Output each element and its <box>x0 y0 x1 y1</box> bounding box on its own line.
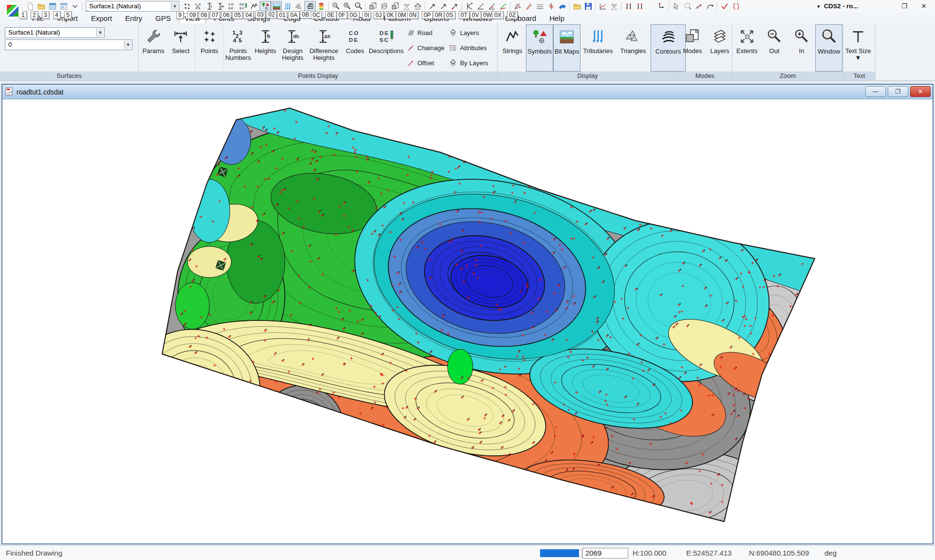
tab-clipboard[interactable]: Clipboard <box>500 14 542 23</box>
qat-triangle-red-button[interactable]: 0Z <box>512 1 523 12</box>
qat-surface-combo[interactable]: Surface1 (Natural)▼7 <box>86 1 179 12</box>
qat-open-folder-button[interactable]: 2 <box>36 1 47 12</box>
bit-maps-button[interactable]: Bit Maps <box>553 24 580 72</box>
qat-codes-button[interactable]: CODE06 <box>226 1 237 12</box>
qat-zoom-window-button[interactable]: 0G <box>353 1 364 12</box>
design-heights-button[interactable]: dhDesign Heights <box>279 24 306 72</box>
offset-button[interactable]: Offset <box>406 58 445 69</box>
qat-heights-button[interactable]: h08 <box>204 1 215 12</box>
restore-window-button[interactable]: ❐ <box>896 1 913 11</box>
attributes-button[interactable]: Attributes <box>449 43 488 54</box>
qat-modes-button[interactable]: 0K <box>390 1 401 12</box>
window-button[interactable]: Window <box>815 24 842 72</box>
qat-cursor-button[interactable] <box>671 1 682 12</box>
qat-design-heights-button[interactable]: dh07 <box>215 1 226 12</box>
qat-open-folder-button[interactable] <box>571 1 582 12</box>
qat-layers-big-button[interactable]: 0J <box>378 1 390 12</box>
qat-symbols-button[interactable]: 03 <box>260 1 271 12</box>
select-button[interactable]: Select <box>167 24 194 72</box>
qat-check-red-button[interactable] <box>719 1 730 12</box>
qat-flip-button[interactable]: 0M <box>401 1 412 12</box>
by-layers-button[interactable]: By Layers <box>449 58 488 69</box>
triangles-icon <box>625 28 641 45</box>
qat-valve-button[interactable] <box>623 1 634 12</box>
qat-point-numbers-button[interactable]: 1324509 <box>192 1 204 12</box>
qat-corner-button[interactable] <box>656 1 667 12</box>
qat-valve-button[interactable] <box>634 1 645 12</box>
qat-new-file-button[interactable]: 1 <box>24 1 36 12</box>
qat-contours-button[interactable]: 0B <box>304 1 316 12</box>
layer-select[interactable]: 0▼ <box>5 39 132 50</box>
qat-descriptions-button[interactable]: DESC05 <box>237 1 248 12</box>
in-button[interactable]: In <box>788 24 815 72</box>
qat-arrow-ne-red-button[interactable]: 0S <box>449 1 460 12</box>
app-logo[interactable] <box>3 1 22 20</box>
tab-gps[interactable]: GPS <box>150 14 176 23</box>
qat-break-button[interactable] <box>693 1 704 12</box>
points-numbers-button[interactable]: 13245Points Numbers <box>224 24 252 72</box>
qat-graph-button[interactable] <box>597 1 608 12</box>
points-button[interactable]: Points <box>196 24 223 72</box>
codes-button[interactable]: CODECodes <box>341 24 369 72</box>
drawing-canvas[interactable] <box>2 99 933 543</box>
chainage-button[interactable]: Chainage <box>406 43 445 54</box>
qat-ribbon-button[interactable] <box>557 1 568 12</box>
surface-select[interactable]: Surface1 (Natural)▼ <box>5 27 105 38</box>
zoom-out-icon <box>766 28 783 45</box>
heights-button[interactable]: hHeights <box>252 24 279 72</box>
road-button[interactable]: Road <box>406 28 445 38</box>
qat-waves-button[interactable] <box>534 1 545 12</box>
strings-button[interactable]: Strings <box>499 24 526 72</box>
qat-bitmaps-button[interactable]: 02 <box>271 1 282 12</box>
status-value-box[interactable]: 2069 <box>582 548 628 559</box>
qat-zoom-out-button[interactable]: 0E <box>330 1 341 12</box>
tab-entry[interactable]: Entry <box>120 14 148 23</box>
difference-heights-button[interactable]: ΔhDifference Heights <box>306 24 341 72</box>
descriptions-button[interactable]: DESCDescriptions <box>369 24 404 72</box>
doc-restore-button[interactable]: ❐ <box>888 86 908 97</box>
params-button[interactable]: Params <box>140 24 167 72</box>
document-title-bar[interactable]: roadtut1.cdsdat — ❐ ✕ <box>2 85 933 99</box>
doc-minimize-button[interactable]: — <box>865 86 886 97</box>
tributaries-button[interactable]: Tributaries <box>580 24 616 72</box>
layers-button[interactable]: Layers <box>449 28 488 38</box>
symbols-button[interactable]: Symbols <box>526 24 553 72</box>
tab-help[interactable]: Help <box>544 14 570 23</box>
qat-arrow-k-button[interactable]: 0T <box>464 1 475 12</box>
keytip: 0R <box>433 11 444 19</box>
out-button[interactable]: Out <box>761 24 788 72</box>
qat-angle-button[interactable]: 0V <box>475 1 486 12</box>
qat-angle-green-button[interactable]: 0X <box>497 1 508 12</box>
close-window-button[interactable]: ✕ <box>916 1 932 11</box>
qat-save-button[interactable] <box>582 1 594 12</box>
text-size--button[interactable]: Text Size ▼ <box>844 24 872 72</box>
qat-zoom-in-button[interactable]: 0F <box>341 1 353 12</box>
qat-curve-button[interactable] <box>704 1 715 12</box>
qat-app-window-button[interactable]: 4 <box>58 1 69 12</box>
qat-arrow-ne-button[interactable]: 0R <box>438 1 449 12</box>
qat-tributaries-button[interactable]: 01 <box>282 1 293 12</box>
qat-triangles-button[interactable]: 0A <box>293 1 304 12</box>
qat-chevron-down-button[interactable]: 5 <box>69 1 80 12</box>
layers-button[interactable]: Layers <box>706 24 733 72</box>
qat-cross-red-button[interactable] <box>545 1 557 12</box>
tab-export[interactable]: Export <box>86 14 117 23</box>
qat-strings-button[interactable]: 04 <box>248 1 260 12</box>
qat-pencil-red-button[interactable] <box>523 1 534 12</box>
qat-flip-button[interactable] <box>608 1 619 12</box>
terrain-contour-map[interactable] <box>2 101 933 542</box>
triangles-button[interactable]: Triangles <box>616 24 651 72</box>
extents-button[interactable]: Extents <box>733 24 761 72</box>
status-message: Finished Drawing <box>6 549 62 557</box>
qat-bracket-red-button[interactable] <box>730 1 741 12</box>
qat-home-button[interactable]: 0N <box>412 1 423 12</box>
qat-points-button[interactable]: 9 <box>181 1 192 12</box>
qat-colorbar-button[interactable]: 0C <box>316 1 327 12</box>
modes-button[interactable]: Modes <box>679 24 706 72</box>
qat-arrow-ne-button[interactable]: 0P <box>427 1 438 12</box>
qat-window-blue-button[interactable]: 3 <box>47 1 58 12</box>
doc-close-button[interactable]: ✕ <box>910 86 931 97</box>
qat-angle-red-button[interactable]: 0W <box>486 1 497 12</box>
qat-modes-button[interactable]: 0I <box>367 1 378 12</box>
qat-lasso-button[interactable] <box>682 1 693 12</box>
